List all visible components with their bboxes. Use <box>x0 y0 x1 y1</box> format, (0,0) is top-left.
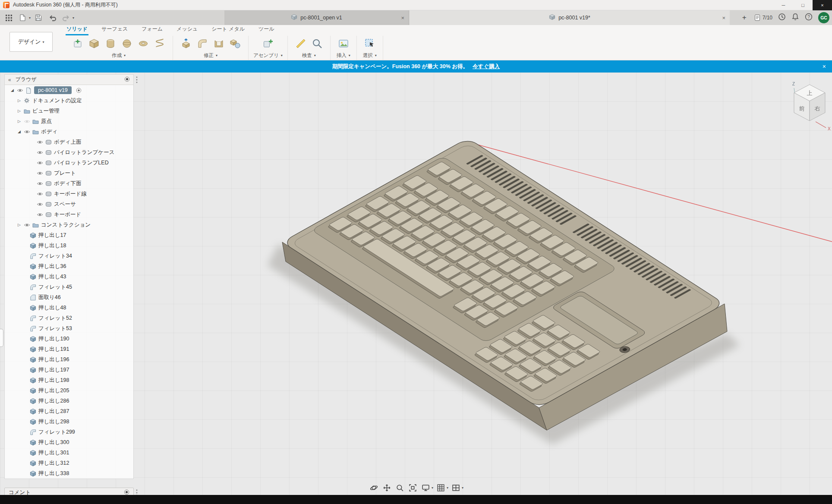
tree-item-label[interactable]: ボディ上面 <box>54 139 81 146</box>
visibility-eye-icon[interactable] <box>37 150 45 155</box>
tree-item-label[interactable]: pc-8001 v19 <box>34 86 72 94</box>
tree-feature-item[interactable]: 押し出し287 <box>5 406 133 416</box>
tree-item-label[interactable]: キーボード線 <box>54 190 87 198</box>
job-status[interactable]: 7/10 <box>754 14 772 22</box>
select-icon[interactable] <box>362 36 378 51</box>
tree-feature-item[interactable]: 押し出し191 <box>5 344 133 354</box>
tree-feature-item[interactable]: 押し出し312 <box>5 458 133 468</box>
tree-item-label[interactable]: 押し出し298 <box>38 418 69 425</box>
coil-icon[interactable] <box>151 36 168 51</box>
inspect-icon[interactable] <box>309 36 325 51</box>
disclosure-open-icon[interactable]: ◢ <box>18 129 24 134</box>
tree-item-label[interactable]: キーボード <box>54 211 81 218</box>
tree-feature-item[interactable]: 押し出し338 <box>5 468 133 479</box>
tree-root-document[interactable]: ◢pc-8001 v19 <box>5 85 133 95</box>
tree-item-label[interactable]: ボディ下面 <box>54 180 81 187</box>
minimize-button[interactable]: ─ <box>774 0 793 10</box>
tree-feature-item[interactable]: フィレット45 <box>5 282 133 292</box>
ribbon-group-label[interactable]: 検査▾ <box>302 52 316 59</box>
tree-item-label[interactable]: フィレット45 <box>38 284 72 291</box>
visibility-eye-icon[interactable] <box>37 212 45 217</box>
viewcube[interactable]: Z 上 前 右 X <box>789 79 832 134</box>
undo-icon[interactable] <box>46 12 58 24</box>
tree-body-item[interactable]: スペーサ <box>5 199 133 209</box>
tree-feature-item[interactable]: フィレット53 <box>5 323 133 334</box>
maximize-button[interactable]: □ <box>793 0 813 10</box>
visibility-eye-icon[interactable] <box>17 88 25 93</box>
tree-body-item[interactable]: プレート <box>5 168 133 178</box>
promo-purchase-link[interactable]: 今すぐ購入 <box>473 63 500 70</box>
grid-settings-icon[interactable] <box>435 482 446 493</box>
tree-item-label[interactable]: 押し出し43 <box>38 273 66 280</box>
redo-icon[interactable] <box>60 12 72 24</box>
tree-body-item[interactable]: パイロットランプケース <box>5 147 133 158</box>
ribbon-group-label[interactable]: 挿入▾ <box>337 52 350 59</box>
tree-feature-item[interactable]: 押し出し18 <box>5 240 133 251</box>
tree-feature-item[interactable]: 押し出し198 <box>5 375 133 385</box>
ribbon-tab-active[interactable]: ソリッド <box>66 24 88 35</box>
tree-item-label[interactable]: スペーサ <box>54 201 76 208</box>
tree-item-label[interactable]: 押し出し18 <box>38 242 66 249</box>
tree-item-label[interactable]: 押し出し197 <box>38 366 69 374</box>
tree-item-label[interactable]: 押し出し198 <box>38 377 69 384</box>
tree-item-label[interactable]: ボディ <box>41 128 57 135</box>
tree-item-label[interactable]: 押し出し196 <box>38 356 69 363</box>
disclosure-closed-icon[interactable]: ▷ <box>18 119 24 123</box>
tree-folder[interactable]: ◢ボディ <box>5 126 133 137</box>
user-avatar[interactable]: GC <box>818 12 829 23</box>
fit-icon[interactable] <box>407 482 418 493</box>
tree-feature-item[interactable]: フィレット34 <box>5 251 133 261</box>
torus-icon[interactable] <box>135 36 151 51</box>
grid-settings-caret-icon[interactable]: ▾ <box>447 486 448 490</box>
tree-body-item[interactable]: ボディ下面 <box>5 178 133 189</box>
tree-feature-item[interactable]: 押し出し197 <box>5 365 133 375</box>
help-icon[interactable]: ? <box>805 13 813 22</box>
tree-item-label[interactable]: 面取り46 <box>38 294 61 301</box>
active-document-radio-icon[interactable] <box>76 88 85 93</box>
panel-edge-handle[interactable] <box>0 329 3 347</box>
visibility-eye-icon[interactable] <box>37 202 45 207</box>
tree-feature-item[interactable]: 押し出し300 <box>5 437 133 447</box>
disclosure-closed-icon[interactable]: ▷ <box>18 223 24 227</box>
tree-folder[interactable]: ▷ドキュメントの設定 <box>5 95 133 106</box>
data-panel-grid-icon[interactable] <box>3 12 15 24</box>
tree-item-label[interactable]: フィレット299 <box>38 428 75 436</box>
tree-body-item[interactable]: パイロットランプLED <box>5 158 133 168</box>
tree-feature-item[interactable]: フィレット52 <box>5 313 133 323</box>
tree-item-label[interactable]: プレート <box>54 170 76 177</box>
tree-feature-item[interactable]: 押し出し301 <box>5 447 133 458</box>
tree-folder[interactable]: ▷ビュー管理 <box>5 106 133 116</box>
box-icon[interactable] <box>86 36 102 51</box>
document-tab-inactive[interactable]: pc-8001_open v1 × <box>224 10 409 25</box>
document-tab-active[interactable]: pc-8001 v19* × <box>410 10 730 25</box>
cylinder-icon[interactable] <box>102 36 119 51</box>
disclosure-closed-icon[interactable]: ▷ <box>18 109 24 113</box>
disclosure-closed-icon[interactable]: ▷ <box>18 98 24 103</box>
tree-feature-item[interactable]: 押し出し43 <box>5 271 133 282</box>
tree-feature-item[interactable]: 押し出し298 <box>5 416 133 427</box>
close-button[interactable]: × <box>813 0 832 10</box>
tree-feature-item[interactable]: フィレット299 <box>5 427 133 437</box>
visibility-eye-icon[interactable] <box>24 119 32 124</box>
tree-item-label[interactable]: ドキュメントの設定 <box>32 97 82 104</box>
tree-item-label[interactable]: 押し出し191 <box>38 346 69 353</box>
new-tab-button[interactable]: + <box>741 13 748 22</box>
tree-feature-item[interactable]: 押し出し205 <box>5 385 133 396</box>
tree-folder[interactable]: ▷原点 <box>5 116 133 126</box>
tree-item-label[interactable]: パイロットランプケース <box>54 149 114 156</box>
combine-icon[interactable] <box>227 36 243 51</box>
tree-item-label[interactable]: 押し出し287 <box>38 408 69 415</box>
bell-icon[interactable] <box>791 13 799 22</box>
tab-close-icon[interactable]: × <box>722 15 725 21</box>
orbit-icon[interactable] <box>369 482 379 493</box>
ribbon-tab-item[interactable]: シート メタル <box>211 24 246 35</box>
insert-image-icon[interactable] <box>335 36 352 51</box>
disclosure-open-icon[interactable]: ◢ <box>11 88 17 92</box>
tree-item-label[interactable]: 押し出し286 <box>38 397 69 405</box>
fillet-icon[interactable] <box>194 36 211 51</box>
pan-icon[interactable] <box>381 482 392 493</box>
visibility-eye-icon[interactable] <box>37 171 45 176</box>
tab-label[interactable]: pc-8001 v19* <box>558 15 590 21</box>
tree-feature-item[interactable]: 押し出し17 <box>5 230 133 240</box>
tree-item-label[interactable]: 押し出し338 <box>38 470 69 477</box>
